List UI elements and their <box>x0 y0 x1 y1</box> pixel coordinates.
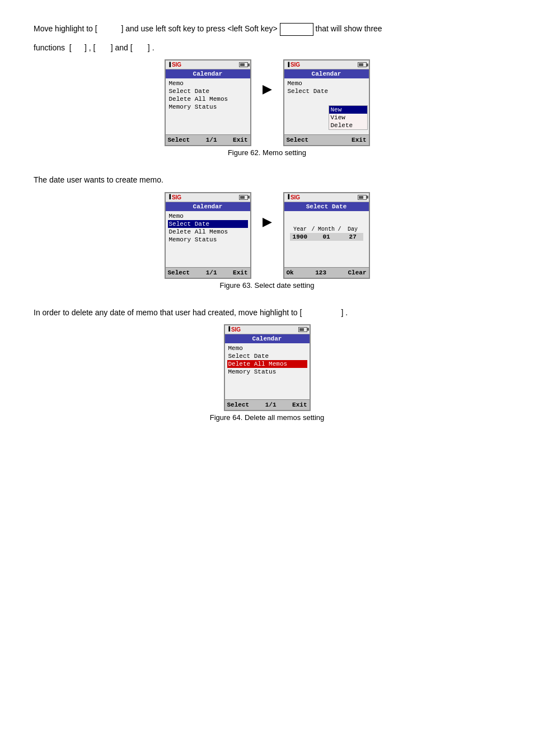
screen1-right: ▐ SIG Calendar Memo Select Date New View… <box>283 59 370 146</box>
screen3-item-0: Select Date <box>227 352 307 360</box>
screen3-footer-select: Select <box>227 402 250 408</box>
arrow1: ▶ <box>263 59 272 96</box>
delete-text: In order to delete any date of memo that… <box>34 306 500 319</box>
screen1-right-footer: Select Exit <box>284 134 369 145</box>
slash2: / <box>336 226 342 232</box>
screen3-title: Calendar <box>225 334 310 343</box>
screen1-right-signal: ▐ SIG <box>287 62 301 68</box>
battery-icon <box>239 62 248 67</box>
screen1-right-header: ▐ SIG <box>284 60 369 69</box>
month-value: 01 <box>316 234 337 240</box>
screen2-left-footer: Select 1/1 Exit <box>166 267 250 278</box>
screen1-right-footer-exit: Exit <box>352 137 366 143</box>
signal-bars-icon4: ▐ <box>287 194 289 200</box>
screen2-right-signal: ▐ SIG <box>287 194 301 200</box>
sig-label3: SIG <box>172 194 181 200</box>
screen1-left-item-0: Select Date <box>168 87 248 95</box>
figure64-caption: Figure 64. Delete all memos setting <box>34 413 500 422</box>
val-spacer1 <box>310 234 316 240</box>
intro-line2: functions [ ] , [ ] and [ ] . <box>34 41 500 54</box>
screen1-left-footer: Select 1/1 Exit <box>166 134 250 145</box>
date-header-row: Year / Month / Day <box>290 226 363 233</box>
signal-bars-icon2: ▐ <box>287 62 289 68</box>
submenu-item-delete: Delete <box>329 122 367 129</box>
figure63-row: ▐ SIG Calendar Memo Select Date Delete A… <box>34 192 500 279</box>
screen1-left-footer-exit: Exit <box>233 137 247 143</box>
figure64-row: ▐ SIG Calendar Memo Select Date Delete A… <box>34 324 500 411</box>
screen2-right-title: Select Date <box>284 202 369 211</box>
screen2-left-title: Calendar <box>166 202 250 211</box>
submenu-item-new: New <box>329 106 367 114</box>
screen3: ▐ SIG Calendar Memo Select Date Delete A… <box>224 324 311 411</box>
screen1-left-footer-select: Select <box>168 137 190 143</box>
signal-bars-icon5: ▐ <box>227 326 230 332</box>
submenu-popup: New View Delete <box>329 105 368 130</box>
screen1-right-title: Calendar <box>284 69 369 78</box>
screen1-left-item-1: Delete All Memos <box>168 95 248 103</box>
figure63-caption: Figure 63. Select date setting <box>34 281 500 290</box>
screen1-left-signal: ▐ SIG <box>168 62 182 68</box>
screen1-right-footer-select: Select <box>287 137 309 143</box>
screen3-footer: Select 1/1 Exit <box>225 399 310 410</box>
screen2-left-signal: ▐ SIG <box>168 194 182 200</box>
intro-text: Move highlight to [ ] and use left soft … <box>34 22 500 36</box>
screen3-header: ▐ SIG <box>225 325 310 334</box>
screen2-right: ▐ SIG Select Date Year / Month / Day 190… <box>283 192 370 279</box>
screen2-left-footer-center: 1/1 <box>206 269 217 276</box>
battery-icon3 <box>239 195 248 200</box>
screen2-left-item-0: Select Date <box>168 220 248 228</box>
screen2-left-footer-exit: Exit <box>233 269 247 276</box>
slash1: / <box>310 226 316 232</box>
figure62-row: ▐ SIG Calendar Memo Select Date Delete A… <box>34 59 500 146</box>
screen3-body: Memo Select Date Delete All Memos Memory… <box>225 343 310 399</box>
date-text: The date user wants to create memo. <box>34 174 500 186</box>
screen2-left-footer-select: Select <box>168 269 190 276</box>
date-value-row: 1900 01 27 <box>290 233 363 241</box>
screen2-right-footer: Ok 123 Clear <box>284 267 369 278</box>
year-value: 1900 <box>290 234 311 240</box>
screen2-left-menu-label: Memo <box>168 212 248 220</box>
sig-label4: SIG <box>291 194 300 200</box>
screen2-right-footer-clear: Clear <box>348 269 366 276</box>
screen3-item-1: Delete All Memos <box>227 360 307 368</box>
screen1-left-title: Calendar <box>166 69 250 78</box>
screen3-menu-label: Memo <box>227 344 307 352</box>
screen3-signal: ▐ SIG <box>227 326 241 333</box>
soft-key-bracket <box>280 23 313 36</box>
screen1-left-item-2: Memory Status <box>168 103 248 111</box>
battery-icon2 <box>358 62 367 67</box>
day-label: Day <box>343 226 363 232</box>
date-grid: Year / Month / Day 1900 01 27 <box>287 220 367 243</box>
screen1-left-footer-center: 1/1 <box>206 137 217 143</box>
screen2-left-item-1: Delete All Memos <box>168 228 248 236</box>
screen3-footer-exit: Exit <box>292 402 307 408</box>
sig-label: SIG <box>172 62 181 68</box>
screen3-footer-center: 1/1 <box>265 402 277 408</box>
screen1-left-body: Memo Select Date Delete All Memos Memory… <box>166 78 250 134</box>
day-value: 27 <box>343 234 363 240</box>
year-label: Year <box>290 226 311 232</box>
screen1-left-header: ▐ SIG <box>166 60 250 69</box>
arrow2: ▶ <box>263 192 272 229</box>
sig-label5: SIG <box>231 326 241 333</box>
month-label: Month <box>316 226 337 232</box>
screen1-right-item-0: Select Date <box>287 87 367 95</box>
submenu-item-view: View <box>329 114 367 122</box>
signal-bars-icon3: ▐ <box>168 194 171 200</box>
screen2-left-item-2: Memory Status <box>168 236 248 244</box>
figure62-caption: Figure 62. Memo setting <box>34 148 500 157</box>
screen2-right-footer-ok: Ok <box>287 269 294 276</box>
screen2-right-body: Year / Month / Day 1900 01 27 <box>284 211 369 267</box>
screen1-right-menu-label: Memo <box>287 80 367 87</box>
screen1-left-menu-label: Memo <box>168 80 248 87</box>
val-spacer2 <box>336 234 343 240</box>
signal-bars-icon: ▐ <box>168 62 171 68</box>
battery-icon5 <box>298 327 307 332</box>
screen2-left-header: ▐ SIG <box>166 193 250 202</box>
screen1-right-body: Memo Select Date New View Delete <box>284 78 369 134</box>
battery-icon4 <box>358 195 367 200</box>
screen2-left-body: Memo Select Date Delete All Memos Memory… <box>166 211 250 267</box>
screen2-right-header: ▐ SIG <box>284 193 369 202</box>
sig-label2: SIG <box>291 62 300 68</box>
screen2-right-footer-center: 123 <box>315 269 326 276</box>
